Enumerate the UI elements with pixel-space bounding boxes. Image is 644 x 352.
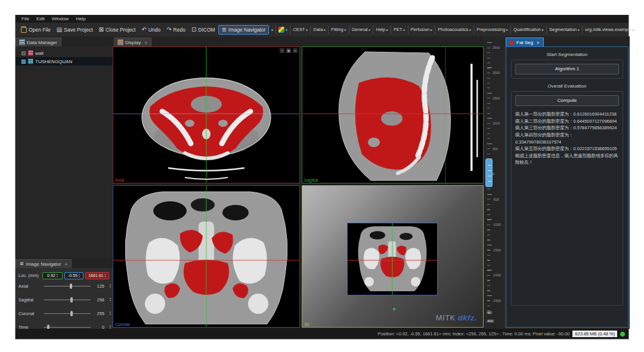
- open-file-label: Open File: [29, 27, 51, 33]
- close-icon[interactable]: ×: [537, 40, 540, 45]
- left-dock: Data Manager wall TUSHENGQUAN ≣ Image Na…: [16, 36, 113, 329]
- viewport-toolbar: ▫ ▣ ×: [280, 48, 298, 53]
- level-window-slider-column: 2500 2000 1500 1000 500 0 -500 -1000 -15…: [484, 36, 504, 329]
- tick-label: 1000: [493, 122, 500, 125]
- three-d-viewport[interactable]: MITK dkfz. 3D: [302, 185, 484, 328]
- axial-viewport-label: Axial: [115, 178, 124, 182]
- spinner-arrows-icon[interactable]: ▴▾: [79, 273, 80, 278]
- result-line: 根据上述脂肪密度信息，病人患腹部脂肪增多症的风险较高！: [515, 152, 619, 166]
- tick-label: -1000: [493, 223, 501, 226]
- save-project-button[interactable]: ▤ Save Project: [54, 26, 96, 34]
- sagittal-slider[interactable]: [44, 300, 91, 300]
- chevron-right-icon: ▸: [633, 27, 634, 32]
- spinner-arrows-icon[interactable]: ▴▾: [110, 311, 111, 315]
- display-tabbar: Display ×: [113, 36, 484, 46]
- open-folder-icon: [21, 27, 27, 33]
- tick-label: 1500: [493, 96, 500, 100]
- fullscreen-icon[interactable]: ×: [293, 48, 298, 53]
- menu-photoacoustics[interactable]: Photoacoustics▸: [435, 26, 473, 34]
- fat-seg-icon: [510, 41, 514, 45]
- menu-edit[interactable]: Edit: [36, 16, 45, 21]
- menu-pet[interactable]: PET▸: [391, 26, 408, 34]
- slider-handle[interactable]: [70, 311, 73, 316]
- spinner-arrows-icon[interactable]: ▴▾: [110, 325, 111, 329]
- menu-file[interactable]: File: [21, 16, 29, 21]
- tab-data-manager[interactable]: Data Manager: [16, 38, 61, 46]
- visibility-checkbox[interactable]: [21, 60, 26, 64]
- coronal-slider-value: 255: [90, 311, 104, 316]
- sagittal-viewport[interactable]: Sagittal: [302, 46, 484, 183]
- menu-general[interactable]: General▸: [349, 26, 373, 34]
- data-manager-icon: [20, 40, 24, 45]
- three-d-slice-plane: [347, 223, 438, 295]
- close-icon[interactable]: ×: [144, 40, 147, 45]
- open-file-button[interactable]: Open File: [18, 25, 54, 34]
- spinner-arrows-icon[interactable]: ▴▾: [110, 284, 111, 288]
- coronal-slider[interactable]: [44, 313, 91, 314]
- slider-handle[interactable]: [70, 284, 72, 289]
- tree-node-tushengquan[interactable]: TUSHENGQUAN: [16, 57, 113, 66]
- display-layout-icon: [118, 40, 123, 45]
- coronal-viewport[interactable]: Coronal: [113, 185, 300, 328]
- pin-icon[interactable]: ▫: [280, 48, 284, 53]
- chevron-right-icon: ▸: [404, 27, 405, 32]
- image-navigator-icon: ≣: [222, 27, 227, 33]
- menu-data[interactable]: Data▸: [310, 26, 328, 34]
- spinner-arrows-icon[interactable]: ▴▾: [105, 273, 106, 278]
- loc-y-spinbox[interactable]: -0.55 ▴▾: [64, 272, 83, 279]
- close-icon[interactable]: ×: [64, 261, 67, 267]
- dicom-button[interactable]: ⊡ DICOM: [188, 26, 218, 34]
- plugin-expander[interactable]: ▸: [269, 26, 275, 34]
- chevron-right-icon: ▸: [578, 27, 580, 32]
- spinner-arrows-icon[interactable]: ▴▾: [110, 297, 111, 301]
- close-project-button[interactable]: ⊠ Close Project: [96, 26, 139, 34]
- result-line: 病人第四部分的脂肪密度为：0.33479978936107574: [515, 132, 619, 145]
- tab-image-navigator[interactable]: ≣ Image Navigator ×: [16, 259, 72, 268]
- layout-icon[interactable]: ▣: [286, 48, 291, 53]
- menu-quantification[interactable]: Quantification▸: [510, 26, 546, 34]
- coronal-viewport-label: Coronal: [115, 322, 130, 326]
- chevron-right-icon: ▸: [431, 27, 432, 32]
- level-slider-handle[interactable]: [485, 158, 493, 187]
- menu-preprocessing[interactable]: Preprocessing▸: [473, 26, 510, 34]
- loc-z-spinbox[interactable]: 1661.61 ▴▾: [85, 272, 109, 279]
- image-navigator-tabbar: ≣ Image Navigator ×: [16, 258, 113, 268]
- color-view-button[interactable]: ▸: [275, 26, 290, 34]
- menu-views-example[interactable]: org.mitk.views.example▸: [582, 26, 637, 34]
- menu-help[interactable]: Help: [76, 16, 85, 21]
- memory-status-icon: [620, 332, 625, 337]
- undo-label: Undo: [148, 27, 160, 33]
- time-slider[interactable]: [44, 327, 91, 328]
- compute-button[interactable]: Compute: [515, 95, 619, 106]
- tick-label: 500: [493, 147, 498, 151]
- sagittal-viewport-label: Sagittal: [304, 178, 318, 182]
- tick-label: 0: [493, 172, 494, 176]
- slider-handle[interactable]: [70, 297, 73, 303]
- coronal-slider-label: Coronal: [18, 311, 34, 316]
- image-navigator-button[interactable]: ≣ Image Navigator: [218, 25, 270, 35]
- coronal-ct-image: [113, 186, 299, 327]
- tab-display[interactable]: Display ×: [114, 38, 151, 46]
- evaluation-results: 病人第一部分的脂肪密度为：0.6126016904411238 病人第二部分的脂…: [515, 111, 619, 166]
- redo-button[interactable]: ↷ Redo: [163, 26, 188, 34]
- three-d-gizmo-icon: [393, 308, 395, 310]
- menu-fitting[interactable]: Fitting▸: [328, 26, 348, 34]
- visibility-checkbox[interactable]: [21, 51, 26, 55]
- axial-slider[interactable]: [44, 286, 91, 286]
- loc-x-spinbox[interactable]: 0.92 ▴▾: [42, 272, 63, 279]
- menu-help[interactable]: Help▸: [373, 26, 390, 34]
- tree-node-wall[interactable]: wall: [16, 49, 113, 57]
- algorithm-1-button[interactable]: Algorithm 1: [515, 64, 619, 74]
- undo-button[interactable]: ↶ Undo: [138, 26, 163, 34]
- menu-segmentation[interactable]: Segmentation▸: [546, 26, 582, 34]
- overall-evaluation-title: Overall Evaluation: [506, 83, 628, 89]
- tab-fat-seg[interactable]: Fat Seg ×: [506, 38, 544, 46]
- axial-viewport[interactable]: ▫ ▣ × Axial: [113, 46, 300, 183]
- spinner-arrows-icon[interactable]: ▴▾: [57, 273, 58, 278]
- data-manager-tree: wall TUSHENGQUAN: [16, 46, 113, 258]
- menu-window[interactable]: Window: [52, 16, 69, 21]
- menu-cest[interactable]: CEST▸: [290, 26, 310, 34]
- menu-perfusion[interactable]: Perfusion▸: [408, 26, 435, 34]
- node-label: TUSHENGQUAN: [35, 59, 72, 64]
- mitk-workbench-window: File Edit Window Help Open File ▤ Save P…: [15, 15, 629, 339]
